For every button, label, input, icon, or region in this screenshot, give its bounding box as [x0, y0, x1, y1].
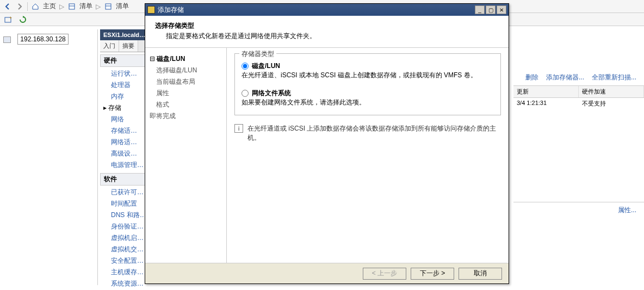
sw-item-licensed[interactable]: 已获许可…: [100, 187, 146, 198]
dialog-app-icon: [147, 6, 155, 14]
hw-item-memory[interactable]: 内存: [100, 91, 146, 102]
storage-type-group-title: 存储器类型: [239, 50, 276, 59]
delete-link[interactable]: 删除: [525, 73, 538, 82]
storage-type-group: 存储器类型 磁盘/LUN 在光纤通道、iSCSI 或本地 SCSI 磁盘上创建数…: [234, 53, 501, 115]
chevron-right-icon: ▷: [59, 3, 64, 10]
option-disk-lun-row[interactable]: 磁盘/LUN: [242, 61, 494, 71]
wizard-nav: 磁盘/LUN 选择磁盘/LUN 当前磁盘布局 属性 格式 即将完成: [145, 48, 227, 263]
nav-back-button[interactable]: [2, 2, 13, 11]
info-hint-text: 在光纤通道或 iSCSI 上添加数据存储会将该数据存储添加到所有能够访问存储介质…: [247, 124, 501, 143]
col-last-update[interactable]: 更新: [513, 86, 579, 97]
sw-item-vm-swap[interactable]: 虚拟机交…: [100, 244, 146, 255]
chevron-right-icon: ▷: [96, 3, 101, 10]
wizard-step-layout[interactable]: 当前磁盘布局: [148, 76, 223, 88]
hw-item-processors[interactable]: 处理器: [100, 79, 146, 91]
minimize-button[interactable]: _: [475, 5, 485, 14]
wizard-content: 存储器类型 磁盘/LUN 在光纤通道、iSCSI 或本地 SCSI 磁盘上创建数…: [227, 48, 509, 263]
svg-rect-2: [106, 4, 111, 9]
home-icon[interactable]: [30, 2, 41, 11]
radio-disk-lun-desc: 在光纤通道、iSCSI 或本地 SCSI 磁盘上创建数据存储，或挂载现有的 VM…: [242, 71, 494, 80]
host-tabs: 入门 摘要: [100, 40, 146, 52]
breadcrumb-home[interactable]: 主页: [43, 2, 56, 11]
host-ip-label: 192.168.30.128: [17, 34, 68, 45]
new-vm-icon[interactable]: +: [3, 15, 14, 24]
wizard-step-format[interactable]: 格式: [148, 99, 223, 110]
tab-summary[interactable]: 摘要: [119, 40, 138, 52]
properties-link[interactable]: 属性...: [513, 202, 644, 218]
host-config-panel: ESXi1.locald… 入门 摘要 硬件 运行状… 处理器 内存 存储 网络…: [100, 29, 146, 285]
col-hw-accel[interactable]: 硬件加速: [579, 86, 644, 97]
datastore-panel: 删除 添加存储器... 全部重新扫描... 更新 硬件加速 3/4 1:21:3…: [513, 29, 644, 285]
datastore-actions: 删除 添加存储器... 全部重新扫描...: [513, 67, 644, 85]
add-storage-link[interactable]: 添加存储器...: [546, 73, 584, 82]
sw-item-time[interactable]: 时间配置: [100, 198, 146, 209]
add-storage-dialog: 添加存储 _ ▢ ✕ 选择存储类型 指定是要格式化新卷还是通过网络使用共享文件夹…: [145, 3, 509, 284]
table-row[interactable]: 3/4 1:21:31 不受支持: [513, 98, 644, 109]
hw-item-storage[interactable]: 存储: [100, 102, 146, 114]
cell-last-update: 3/4 1:21:31: [513, 98, 579, 109]
sw-item-security[interactable]: 安全配置…: [100, 255, 146, 267]
breadcrumb-inventory-2[interactable]: 清单: [116, 2, 129, 11]
hw-item-advanced[interactable]: 高级设…: [100, 148, 146, 159]
dialog-footer: < 上一步 下一步 > 取消: [145, 263, 509, 283]
radio-nfs[interactable]: [242, 90, 249, 97]
inventory-icon-1[interactable]: [66, 2, 77, 11]
host-name-header: ESXi1.locald…: [100, 29, 146, 40]
wizard-step-disk-lun[interactable]: 磁盘/LUN: [148, 53, 223, 65]
dialog-header: 选择存储类型 指定是要格式化新卷还是通过网络使用共享文件夹。: [145, 16, 509, 48]
datastore-table-header: 更新 硬件加速: [513, 85, 644, 98]
inventory-tree-panel: 192.168.30.128: [0, 29, 98, 285]
radio-disk-lun[interactable]: [242, 63, 249, 70]
radio-disk-lun-label: 磁盘/LUN: [252, 61, 280, 71]
hardware-section-header: 硬件: [100, 54, 146, 67]
sw-item-auth[interactable]: 身份验证…: [100, 221, 146, 232]
sw-item-vm-startup[interactable]: 虚拟机启…: [100, 232, 146, 244]
sw-item-dns[interactable]: DNS 和路…: [100, 209, 146, 221]
back-button[interactable]: < 上一步: [363, 268, 406, 280]
host-icon: [3, 36, 11, 43]
radio-nfs-desc: 如果要创建网络文件系统，请选择此选项。: [242, 98, 494, 107]
hw-item-health[interactable]: 运行状…: [100, 68, 146, 79]
cancel-button[interactable]: 取消: [459, 268, 502, 280]
svg-text:+: +: [9, 16, 12, 21]
rescan-all-link[interactable]: 全部重新扫描...: [592, 73, 636, 82]
nav-forward-button[interactable]: [14, 2, 25, 11]
dialog-subheading: 指定是要格式化新卷还是通过网络使用共享文件夹。: [166, 32, 499, 41]
wizard-step-select-disk[interactable]: 选择磁盘/LUN: [148, 65, 223, 76]
hw-item-network[interactable]: 网络: [100, 114, 146, 125]
wizard-step-ready[interactable]: 即将完成: [148, 110, 223, 122]
next-button[interactable]: 下一步 >: [411, 268, 454, 280]
svg-rect-0: [69, 4, 75, 9]
cell-hw-accel: 不受支持: [579, 98, 644, 109]
refresh-icon[interactable]: [17, 15, 28, 24]
hw-item-network-adapters[interactable]: 网络适…: [100, 137, 146, 148]
option-nfs-row[interactable]: 网络文件系统: [242, 89, 494, 98]
tab-getting-started[interactable]: 入门: [100, 40, 119, 52]
tree-host-item[interactable]: 192.168.30.128: [0, 29, 97, 49]
wizard-step-properties[interactable]: 属性: [148, 88, 223, 99]
hw-item-storage-adapters[interactable]: 存储适…: [100, 125, 146, 137]
dialog-heading: 选择存储类型: [155, 21, 499, 30]
radio-nfs-label: 网络文件系统: [252, 89, 291, 98]
inventory-icon-2[interactable]: [103, 2, 114, 11]
info-hint: i 在光纤通道或 iSCSI 上添加数据存储会将该数据存储添加到所有能够访问存储…: [234, 124, 501, 143]
sw-item-host-cache[interactable]: 主机缓存…: [100, 267, 146, 278]
dialog-titlebar[interactable]: 添加存储 _ ▢ ✕: [145, 4, 509, 16]
sw-item-sys-res[interactable]: 系统资源…: [100, 278, 146, 289]
info-icon: i: [234, 124, 243, 133]
close-button[interactable]: ✕: [497, 5, 506, 14]
maximize-button[interactable]: ▢: [486, 5, 496, 14]
breadcrumb-inventory-1[interactable]: 清单: [79, 2, 92, 11]
dialog-title-text: 添加存储: [158, 5, 184, 15]
software-section-header: 软件: [100, 173, 146, 186]
hw-item-power-mgmt[interactable]: 电源管理…: [100, 159, 146, 171]
